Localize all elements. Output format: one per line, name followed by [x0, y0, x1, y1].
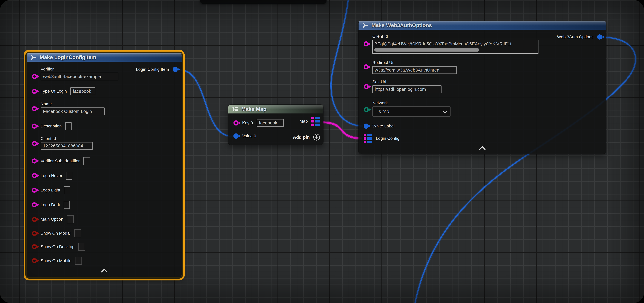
pin-key-0[interactable] [234, 120, 238, 126]
pin-description[interactable] [32, 124, 37, 129]
wire-loginconfig-to-value-glow [180, 70, 232, 136]
pin-redirect-url[interactable] [364, 64, 369, 70]
field-label: Logo Light [40, 188, 60, 192]
pin-client-id[interactable] [364, 41, 369, 46]
field-login-config: Login Config [364, 134, 400, 143]
pin-white-label[interactable] [364, 124, 369, 129]
pin-sdk-url[interactable] [364, 84, 369, 89]
field-verifier-sub-identifier: Verifier Sub Identifier [32, 157, 90, 165]
node-header[interactable]: Make Map [228, 105, 323, 114]
field-label: Redirect Url [372, 60, 394, 65]
blueprint-canvas[interactable]: Make LoginConfigItem Login Config Item V… [0, 0, 644, 303]
output-login-config-item: Login Config Item [136, 65, 178, 74]
pin-main-option[interactable] [32, 217, 37, 222]
logo-light-input[interactable] [64, 186, 70, 194]
client-id-input[interactable]: BEglQSgt4cUWcj6SKRdu5QkOXTsePmMcusG5EAoy… [372, 40, 538, 54]
make-struct-icon [362, 22, 369, 28]
node-header[interactable]: Make LoginConfigItem [27, 53, 182, 62]
chevron-down-icon [443, 109, 447, 114]
pin-show-on-mobile[interactable] [32, 258, 37, 263]
field-label: Type Of Login [40, 89, 67, 94]
pin-show-on-modal[interactable] [32, 231, 37, 236]
field-network: Network CYAN [364, 100, 450, 117]
field-verifier: Verifier web3auth-facebook-example [32, 67, 118, 80]
field-label: Client Id [372, 34, 388, 39]
sdk-url-input[interactable]: https://sdk.openlogin.com [372, 85, 442, 93]
make-struct-icon [30, 54, 37, 60]
pin-map-out[interactable] [311, 117, 320, 126]
field-label: Sdk Url [372, 80, 386, 84]
pin-show-on-desktop[interactable] [32, 244, 37, 249]
pin-type-of-login[interactable] [32, 89, 37, 94]
node-header[interactable]: Make Web3AuthOptions [358, 21, 606, 30]
output-web3auth-options: Web 3Auth Options [557, 33, 602, 41]
field-logo-light: Logo Light [32, 186, 70, 194]
pin-login-config[interactable] [364, 134, 372, 143]
main-option-checkbox[interactable] [67, 215, 74, 223]
pin-logo-hover[interactable] [32, 173, 37, 178]
wire-top-to-whitelabel[interactable] [331, 0, 363, 126]
field-label: Network [372, 100, 388, 105]
field-label: Logo Hover [40, 173, 62, 178]
field-label: Key 0 [242, 120, 253, 125]
pin-logo-light[interactable] [32, 188, 37, 193]
field-label: Login Config [376, 136, 400, 141]
pin-network[interactable] [364, 107, 369, 112]
field-key-0: Key 0 facebook [234, 119, 284, 127]
output-label: Login Config Item [136, 67, 169, 72]
client-id-scrollbar[interactable] [374, 48, 479, 52]
field-label: Show On Desktop [40, 244, 74, 249]
field-client-id: Client Id BEglQSgt4cUWcj6SKRdu5QkOXTsePm… [364, 34, 538, 54]
node-make-web3authoptions[interactable]: Make Web3AuthOptions Web 3Auth Options C… [358, 21, 606, 154]
show-on-modal-checkbox[interactable] [74, 229, 81, 237]
field-label: Name [40, 102, 52, 106]
field-show-on-mobile: Show On Mobile [32, 256, 82, 265]
show-on-desktop-checkbox[interactable] [78, 243, 85, 251]
type-of-login-input[interactable]: facebook [70, 87, 95, 95]
verifier-sub-identifier-input[interactable] [83, 157, 90, 165]
field-label: Show On Mobile [40, 258, 72, 263]
description-input[interactable] [65, 122, 72, 130]
pin-name[interactable] [32, 106, 37, 111]
field-name: Name Facebook Custom Login [32, 102, 105, 115]
pin-client-id[interactable] [32, 141, 37, 146]
field-label: Show On Modal [40, 231, 70, 236]
logo-hover-input[interactable] [66, 172, 72, 180]
pin-login-config-item-out[interactable] [172, 67, 178, 72]
field-white-label: White Label [364, 122, 394, 130]
offscreen-node-edge[interactable] [200, 0, 326, 4]
add-pin-button[interactable]: Add pin [293, 133, 320, 142]
pin-web3auth-options-out[interactable] [597, 34, 602, 40]
field-value-0: Value 0 [234, 132, 256, 140]
verifier-input[interactable]: web3auth-facebook-example [40, 72, 118, 80]
network-dropdown[interactable]: CYAN [372, 106, 450, 117]
client-id-input[interactable]: 1222658941886084 [40, 142, 93, 150]
make-container-icon [232, 106, 238, 112]
show-on-mobile-checkbox[interactable] [75, 257, 82, 265]
node-make-map[interactable]: Make Map Key 0 facebook Map Value 0 Add … [228, 105, 323, 144]
pin-verifier[interactable] [32, 74, 37, 79]
field-label: Verifier [40, 67, 54, 72]
field-logo-dark: Logo Dark [32, 201, 70, 209]
chevron-up-icon[interactable] [101, 269, 107, 275]
redirect-url-input[interactable]: w3a://com.w3a.Web3AuthUnreal [372, 66, 457, 74]
field-client-id: Client Id 1222658941886084 [32, 136, 93, 150]
pin-value-0[interactable] [234, 134, 238, 138]
field-type-of-login: Type Of Login facebook [32, 87, 95, 96]
name-input[interactable]: Facebook Custom Login [40, 108, 105, 115]
pin-verifier-sub-identifier[interactable] [32, 158, 37, 164]
field-show-on-modal: Show On Modal [32, 229, 81, 238]
chevron-up-icon[interactable] [479, 146, 486, 152]
network-value: CYAN [379, 110, 389, 114]
node-make-loginconfigitem[interactable]: Make LoginConfigItem Login Config Item V… [27, 53, 182, 277]
field-sdk-url: Sdk Url https://sdk.openlogin.com [364, 80, 442, 93]
key-0-input[interactable]: facebook [256, 119, 284, 127]
field-label: Logo Dark [40, 202, 60, 207]
field-label: Main Option [40, 217, 63, 222]
node-title: Make LoginConfigItem [40, 54, 96, 60]
field-label: Client Id [40, 136, 56, 141]
field-main-option: Main Option [32, 215, 74, 224]
field-description: Description [32, 122, 72, 130]
logo-dark-input[interactable] [64, 201, 70, 209]
pin-logo-dark[interactable] [32, 202, 37, 208]
